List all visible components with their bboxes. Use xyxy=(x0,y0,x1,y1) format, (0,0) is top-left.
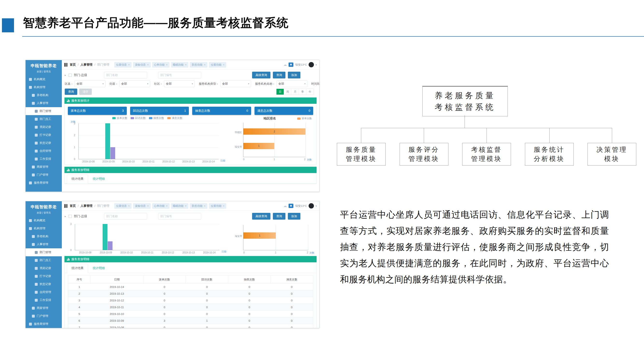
sidebar-item[interactable]: 门户管理 xyxy=(26,312,62,320)
sidebar-item[interactable]: 商家管理 xyxy=(26,163,62,171)
bar-dispatch-count[interactable] xyxy=(105,123,110,159)
period-segment[interactable]: 季 xyxy=(299,89,306,95)
filter-select-value[interactable]: 全部 ▾ xyxy=(276,80,308,87)
close-icon[interactable]: × xyxy=(185,63,186,66)
legend-item[interactable]: 抽查次数 xyxy=(149,116,164,120)
menu-toggle-icon[interactable] xyxy=(64,63,67,67)
filter-select[interactable]: 服务机构名称： 全部 ▾ xyxy=(255,80,308,87)
advanced-search-button[interactable]: 高级查询 xyxy=(252,72,270,78)
sidebar-item[interactable]: 打卡记录 xyxy=(26,272,62,280)
bar-callback-count[interactable] xyxy=(108,241,112,250)
rank-bar[interactable]: 1 xyxy=(244,232,276,239)
sidebar-item[interactable]: 服务商管理 xyxy=(26,179,62,187)
tab-chip[interactable]: 睡眠功能 × xyxy=(171,203,188,209)
filter-select[interactable]: 服务机构类型： 全部 ▾ xyxy=(199,80,251,87)
tab-statistics-detail[interactable]: 统计明细 xyxy=(88,174,110,183)
close-icon[interactable]: × xyxy=(223,204,224,207)
close-icon[interactable]: × xyxy=(128,204,130,207)
table-row[interactable]: 5 2019-10-10 0 0 0 0 xyxy=(68,311,313,317)
legend-item[interactable]: 回访次数 xyxy=(131,116,146,120)
sidebar-item[interactable]: 养老机构 xyxy=(26,232,62,240)
filter-select[interactable]: 社区： 全部 ▾ xyxy=(154,80,195,87)
rank-bar[interactable]: 1 xyxy=(244,143,274,149)
table-row[interactable]: 6 2019-10-09 3 1 0 0 xyxy=(68,317,313,324)
chevron-down-icon[interactable]: ▾ xyxy=(316,63,317,66)
dept-name-input[interactable] xyxy=(104,72,147,78)
sidebar-item[interactable]: 部门管理 xyxy=(26,107,62,115)
sidebar-item[interactable]: 部门管理 xyxy=(26,248,62,256)
breadcrumb-section[interactable]: 人事管理 xyxy=(80,63,92,67)
tab-chip[interactable]: 位置功能 × xyxy=(209,62,226,67)
sidebar-item[interactable]: 合同管理 xyxy=(26,147,62,155)
close-icon[interactable]: × xyxy=(204,63,205,66)
sidebar-item[interactable]: 商家管理 xyxy=(26,304,62,312)
sidebar-item[interactable]: 部门员工 xyxy=(26,256,62,264)
query-button[interactable]: 查询 xyxy=(65,89,77,95)
sidebar-item[interactable]: 打卡记录 xyxy=(26,131,62,139)
sidebar-item[interactable]: 机构管理 xyxy=(26,83,62,91)
tab-chip[interactable]: 设备信息 × xyxy=(133,62,150,67)
filter-select-value[interactable]: 全部 ▾ xyxy=(164,80,195,87)
period-segment[interactable]: 日 xyxy=(276,89,284,95)
period-segment[interactable]: 年 xyxy=(306,89,314,95)
tab-chip[interactable]: 心率功能 × xyxy=(152,203,170,209)
tab-chip[interactable]: 位置信息 × xyxy=(114,62,132,67)
sidebar-item[interactable]: 部门员工 xyxy=(26,115,62,123)
stat-card[interactable]: 派单总次数 3 xyxy=(68,107,127,115)
breadcrumb-section[interactable]: 人事管理 xyxy=(80,204,92,208)
table-row[interactable]: 7 2019-10-08 0 0 0 0 xyxy=(68,324,313,329)
stat-card[interactable]: 满意总次数 0 xyxy=(254,107,314,115)
close-icon[interactable]: × xyxy=(204,204,205,207)
advanced-search-button[interactable]: 高级查询 xyxy=(252,213,270,220)
filter-select-value[interactable]: 全部 ▾ xyxy=(220,80,251,87)
tree-checkbox[interactable] xyxy=(68,215,72,218)
table-row[interactable]: 4 2019-10-11 0 0 0 0 xyxy=(68,304,313,311)
stat-card[interactable]: 抽查总次数 0 xyxy=(192,107,251,115)
sidebar-item[interactable]: 奖惩记录 xyxy=(26,280,62,288)
dept-code-input[interactable] xyxy=(158,213,201,220)
close-icon[interactable]: × xyxy=(166,204,168,207)
period-segment[interactable]: 月 xyxy=(291,89,299,95)
table-header-cell[interactable]: 派单次数 xyxy=(143,276,186,284)
tab-chip[interactable]: 位置信息 × xyxy=(114,203,132,209)
tab-chip[interactable]: 心率功能 × xyxy=(152,62,170,67)
tree-expand-icon[interactable]: ▸ xyxy=(65,215,66,218)
period-segment[interactable]: 周 xyxy=(284,89,291,95)
tree-root-label[interactable]: 部门-总级 xyxy=(74,214,87,218)
tree-root-label[interactable]: 部门-总级 xyxy=(74,73,87,77)
table-header-cell[interactable]: 抽查次数 xyxy=(228,276,271,284)
notification-icon[interactable] xyxy=(288,62,294,67)
filter-select-value[interactable]: 全部 ▾ xyxy=(119,80,150,87)
filter-select-value[interactable]: 全部 ▾ xyxy=(74,80,106,87)
chevron-down-icon[interactable]: ▾ xyxy=(316,205,317,207)
table-row[interactable]: 2 2019-10-13 0 0 0 0 xyxy=(68,290,313,297)
tab-statistics-result[interactable]: 统计结果 xyxy=(67,264,88,273)
sidebar-item[interactable]: 服务商管理 xyxy=(26,320,62,328)
sidebar-item[interactable]: 人事管理 xyxy=(26,99,62,107)
tab-chip[interactable]: 防丢功能 × xyxy=(190,203,207,209)
close-icon[interactable]: × xyxy=(185,204,186,207)
close-icon[interactable]: × xyxy=(223,63,224,66)
bar-dispatch-count[interactable] xyxy=(102,224,108,250)
sidebar-item[interactable]: 查岗记录 xyxy=(26,123,62,131)
breadcrumb-home[interactable]: 首页 xyxy=(70,63,76,67)
table-row[interactable]: 3 2019-10-12 0 0 0 0 xyxy=(68,297,313,304)
close-icon[interactable]: × xyxy=(166,63,168,66)
table-header-cell[interactable]: 日期 xyxy=(90,276,143,284)
notification-icon[interactable] xyxy=(288,204,294,208)
close-icon[interactable]: × xyxy=(147,63,148,66)
sidebar-item[interactable]: 人事管理 xyxy=(26,240,62,248)
rank-bar[interactable]: 2 xyxy=(244,128,306,135)
search-button[interactable]: 查询 xyxy=(273,213,286,220)
tab-chip[interactable]: 睡眠功能 × xyxy=(171,62,188,67)
sidebar-item[interactable]: 养老机构 xyxy=(26,91,62,99)
sidebar-item[interactable]: 查岗记录 xyxy=(26,264,62,272)
close-icon[interactable]: × xyxy=(128,63,130,66)
add-button[interactable]: 添加 xyxy=(288,213,300,220)
sidebar-item[interactable]: 机构概览 xyxy=(26,217,62,224)
table-header-cell[interactable]: 回访次数 xyxy=(186,276,228,284)
sidebar-item[interactable]: 机构管理 xyxy=(26,224,62,232)
legend-item[interactable]: 满意次数 xyxy=(167,116,182,120)
sidebar-item[interactable]: 奖惩记录 xyxy=(26,139,62,147)
tab-statistics-result[interactable]: 统计结果 xyxy=(67,174,88,184)
